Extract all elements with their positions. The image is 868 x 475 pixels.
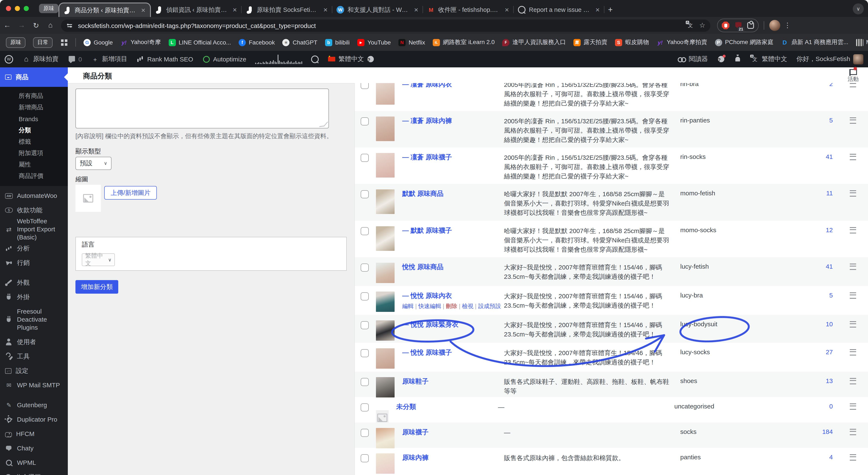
sidebar-item-products[interactable]: 商品 (0, 67, 68, 87)
sidebar-item-收合選單[interactable]: 收合選單 (0, 470, 68, 475)
site-name-menu[interactable]: 原味拍賣 (18, 51, 63, 67)
row-checkbox[interactable] (361, 321, 369, 329)
profile-avatar[interactable] (769, 20, 780, 31)
bookmark-group-chip[interactable]: 日常 (33, 37, 53, 48)
row-thumbnail[interactable] (376, 428, 395, 448)
autoptimize-menu[interactable]: Autoptimize (198, 51, 251, 67)
reader-menu[interactable]: 閱讀器 (674, 51, 713, 67)
sidebar-item-外掛[interactable]: 外掛 (0, 290, 68, 305)
category-name-link[interactable]: — 默默 原味襪子 (402, 226, 504, 235)
browser-tab[interactable]: 商品分類 ‹ 原味拍賣 — WordPre✕ (59, 3, 151, 17)
row-menu-icon[interactable] (850, 349, 856, 355)
language-select[interactable]: 繁體中文 ∨ (82, 253, 115, 266)
apps-grid-icon[interactable] (60, 38, 68, 46)
row-menu-icon[interactable] (850, 292, 856, 299)
forward-icon[interactable]: → (14, 21, 29, 30)
sidebar-item-webtoffee-import-export-basic-[interactable]: WebToffee Import Export (Basic) (0, 217, 68, 241)
sidebar-item-行銷[interactable]: 行銷 (0, 256, 68, 270)
row-action-設成預設[interactable]: 設成預設 (478, 303, 501, 309)
sidebar-subitem-附加選項[interactable]: 附加選項 (0, 148, 68, 159)
minimize-window-button[interactable] (15, 6, 20, 11)
bookmark-item[interactable]: Google (84, 39, 113, 46)
category-count-link[interactable]: 5 (803, 117, 833, 124)
category-count-link[interactable]: 184 (803, 428, 833, 435)
row-checkbox[interactable] (361, 190, 369, 198)
sidebar-subitem-分類[interactable]: 分類 (0, 125, 68, 136)
bookmark-item[interactable]: 網路教室 iLearn 2.0 (433, 38, 495, 46)
upload-image-button[interactable]: 上傳/新增圖片 (104, 186, 157, 199)
new-tab-button[interactable]: + (604, 4, 616, 16)
display-type-select[interactable]: 預設 ∨ (75, 157, 112, 170)
row-menu-icon[interactable] (850, 378, 856, 384)
sidebar-item-分析[interactable]: 分析 (0, 241, 68, 256)
sidebar-item-收款功能[interactable]: 收款功能 (0, 203, 68, 217)
browser-menu-icon[interactable] (784, 22, 791, 29)
row-action-檢視[interactable]: 檢視 (462, 303, 473, 309)
browser-tab[interactable]: 原味拍賣 SocksFetish | 原味拍賣✕ (242, 3, 332, 17)
browser-tab[interactable]: 收件匣 - fetishshop.25@gmail✕ (423, 3, 514, 17)
sidebar-item-chaty[interactable]: Chaty (0, 441, 68, 456)
sidebar-subitem-Brands[interactable]: Brands (0, 113, 68, 125)
tab-close-icon[interactable]: ✕ (413, 6, 420, 13)
category-name-link[interactable]: 原味內褲 (402, 453, 504, 462)
activity-flag-tab[interactable]: 活動 (842, 68, 865, 83)
sidebar-item-hfcm[interactable]: HFCM (0, 427, 68, 441)
bookmark-star-icon[interactable] (699, 22, 706, 29)
sidebar-item-automatewoo[interactable]: AutomateWoo (0, 189, 68, 203)
category-name-link[interactable]: — 凜蒼 原味襪子 (402, 153, 504, 162)
category-name-link[interactable]: 悅悅 原味商品 (402, 263, 504, 272)
row-menu-icon[interactable] (850, 117, 856, 124)
translate-icon[interactable] (687, 22, 694, 29)
category-count-link[interactable]: 2 (803, 83, 833, 87)
tab-group-chip[interactable]: 原味 (39, 4, 59, 13)
sidebar-subitem-所有商品[interactable]: 所有商品 (0, 90, 68, 102)
row-thumbnail[interactable] (376, 153, 395, 178)
sidebar-item-設定[interactable]: 設定 (0, 364, 68, 378)
row-menu-icon[interactable] (850, 403, 856, 410)
row-thumbnail[interactable] (376, 263, 395, 283)
category-name-link[interactable]: 原味襪子 (402, 428, 504, 437)
row-menu-icon[interactable] (850, 83, 856, 87)
bookmark-item[interactable]: Yahoo!奇摩 (120, 38, 161, 46)
row-checkbox[interactable] (361, 403, 369, 411)
bookmark-item[interactable]: 逢甲人資訊服務入口 (502, 38, 566, 46)
bookmark-item[interactable]: Facebook (239, 39, 275, 46)
row-checkbox[interactable] (361, 227, 369, 235)
bookmark-item[interactable]: 鼎新 A1 商務應用雲... (781, 38, 848, 46)
row-action-快速編輯[interactable]: 快速編輯 (418, 303, 441, 309)
bookmark-item[interactable]: PChome 網路家庭 (715, 38, 774, 46)
row-menu-icon[interactable] (850, 190, 856, 197)
sidebar-subitem-標籤[interactable]: 標籤 (0, 136, 68, 148)
row-menu-icon[interactable] (850, 154, 856, 160)
wpml-support-menu[interactable] (306, 51, 323, 67)
row-checkbox[interactable] (361, 154, 369, 162)
row-action-刪除[interactable]: 刪除 (446, 303, 457, 309)
sidebar-subitem-屬性[interactable]: 屬性 (0, 159, 68, 170)
bookmark-item[interactable]: YouTube (357, 39, 391, 46)
bookmark-item[interactable]: LINE Official Acco... (168, 39, 231, 46)
translate-menu[interactable]: 繁體中文 (747, 51, 792, 67)
tab-close-icon[interactable]: ✕ (503, 6, 510, 13)
row-menu-icon[interactable] (850, 429, 856, 435)
wp-logo-menu[interactable] (0, 51, 18, 67)
browser-tab[interactable]: 偵錯資訊 ‹ 原味拍賣 — WordPre✕ (151, 3, 242, 17)
row-checkbox[interactable] (361, 263, 369, 272)
row-menu-icon[interactable] (850, 454, 856, 461)
category-count-link[interactable]: 4 (803, 453, 833, 461)
category-count-link[interactable]: 5 (803, 291, 833, 299)
category-name-link[interactable]: 原味鞋子 (402, 377, 504, 386)
category-count-link[interactable]: 11 (803, 189, 833, 197)
url-text[interactable]: socksfetish.com/wp-admin/edit-tags.php?t… (78, 22, 682, 29)
row-thumbnail[interactable] (376, 377, 395, 398)
browser-tab[interactable]: Report a new issue - WPML✕ (514, 3, 604, 17)
row-menu-icon[interactable] (850, 227, 856, 233)
comments-menu[interactable]: 0 (63, 51, 87, 67)
sidebar-item-duplicator-pro[interactable]: Duplicator Pro (0, 412, 68, 427)
sidebar-item-外觀[interactable]: 外觀 (0, 276, 68, 290)
row-thumbnail[interactable] (376, 291, 395, 312)
category-count-link[interactable]: 12 (803, 226, 833, 233)
browser-tab[interactable]: 和支援人員對話 - WordPress.co✕ (332, 3, 423, 17)
category-name-link[interactable]: — 凜蒼 原味內褲 (402, 117, 504, 125)
bookmark-item[interactable]: ChatGPT (282, 39, 317, 46)
bookmark-group-chip[interactable]: 原味 (6, 37, 25, 48)
